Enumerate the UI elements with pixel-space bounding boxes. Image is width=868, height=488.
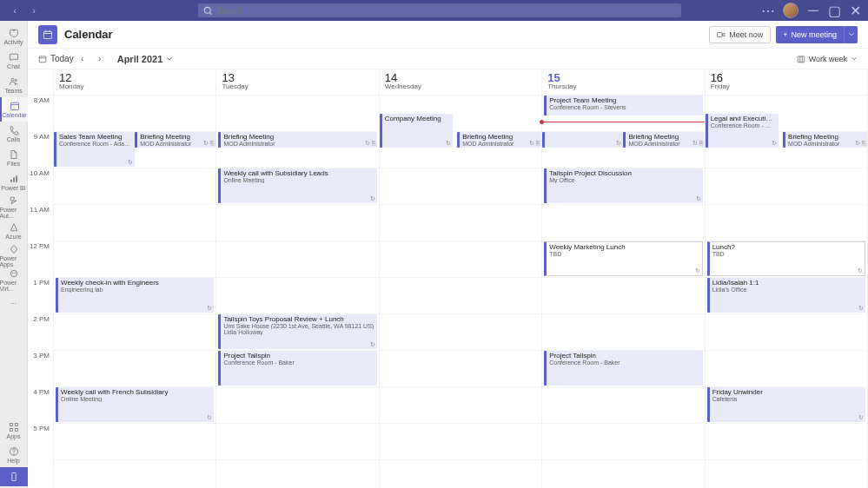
new-meeting-label: New meeting [791,30,837,39]
calendar-event[interactable]: Project TailspinConference Room - Baker [544,351,702,386]
rail-calls[interactable]: Calls [0,122,28,146]
time-label: 5 PM [28,424,53,460]
forward-arrow[interactable]: › [26,3,42,18]
svg-rect-24 [718,32,723,36]
maximize-icon[interactable]: ▢ [828,4,840,16]
recurring-icon: ↻ [695,267,700,274]
rail-label: Calls [7,136,21,142]
link-icon: ⎘ [536,140,540,147]
calendar-event[interactable]: Sales Team MeetingConference Room - Adam… [54,132,135,167]
time-label: 4 PM [28,387,53,424]
calendar-event[interactable]: Briefing MeetingMOD Administrator↻⎘ [218,132,376,148]
svg-rect-13 [10,424,12,426]
day-body[interactable]: Sales Team MeetingConference Room - Adam… [54,96,215,488]
next-week[interactable]: › [93,52,107,66]
rail-label: Chat [7,63,20,69]
rail-activity[interactable]: Activity [0,24,28,49]
svg-rect-7 [10,180,12,182]
event-location: MOD Administrator [223,141,374,147]
rail-more[interactable]: ⋯ [0,292,28,316]
calendar-event[interactable]: Company Meeting↻ [380,114,453,148]
plus-icon: + [783,30,787,39]
new-meeting-dropdown[interactable] [844,26,858,43]
search-box[interactable] [198,3,681,17]
day-header[interactable]: 15Thursday [542,69,704,96]
calendar-event[interactable]: Weekly check-in with EngineersEngineerin… [56,278,214,313]
more-icon[interactable]: ⋯ [762,4,774,16]
day-body[interactable]: Company Meeting↻Briefing MeetingMOD Admi… [380,96,541,488]
calendar-event[interactable]: ↻ [542,132,623,148]
calendar-event[interactable]: Lidia/Isaiah 1:1Lidia's Office↻ [707,278,865,313]
close-icon[interactable]: ✕ [849,4,861,16]
recurring-icon: ↻ [858,267,863,274]
time-label: 10 AM [28,168,53,205]
avatar[interactable] [783,3,798,18]
rail-label: Activity [3,39,23,45]
rail-poweraut[interactable]: Power Aut... [0,195,28,219]
event-title: Tailspin Toys Proposal Review + Lunch [223,315,374,323]
svg-point-3 [11,78,14,81]
day-body[interactable]: Legal and Executives Bi-WeeklyConference… [706,96,867,488]
event-title: Briefing Meeting [140,133,213,141]
calendar-event[interactable]: Weekly call with French SubsidiaryOnline… [56,387,214,422]
rail-apps[interactable]: Apps [0,419,28,443]
calendar-event[interactable]: Weekly call with Subsidiary LeadsOnline … [218,168,376,203]
calendar-event[interactable]: Project TailspinConference Room - Baker [218,351,376,386]
rail-azure[interactable]: Azure [0,219,28,243]
rail-chat[interactable]: Chat [0,49,28,73]
calendar-event[interactable]: Briefing MeetingMOD Administrator↻⎘ [623,132,704,148]
rail-phone[interactable] [0,467,28,486]
rail-label: Azure [5,234,21,240]
meet-now-label: Meet now [729,30,763,39]
day-body[interactable]: Project Team MeetingConference Room - St… [542,96,704,488]
today-button[interactable]: Today [38,54,74,63]
day-column: 13TuesdayBriefing MeetingMOD Administrat… [216,69,379,488]
rail-powervirt[interactable]: Power Virt... [0,267,28,292]
event-title: Friday Unwinder [712,388,863,396]
event-location: Engineering lab [61,287,211,293]
calendar-event[interactable]: Legal and Executives Bi-WeeklyConference… [706,114,779,148]
rail-label: Help [7,458,19,464]
rail-powerapps[interactable]: Power Apps [0,243,28,267]
search-icon [203,6,213,16]
calendar-event[interactable]: Lunch?TBD↻ [707,241,865,276]
rail-files[interactable]: Files [0,146,28,170]
link-icon: ⎘ [699,140,703,147]
day-body[interactable]: Briefing MeetingMOD Administrator↻⎘Weekl… [216,96,378,488]
back-arrow[interactable]: ‹ [7,3,23,18]
calendar-event[interactable]: Briefing MeetingMOD Administrator↻⎘ [135,132,215,148]
event-location: Conference Room - Baker [549,359,699,366]
calendar-event[interactable]: Briefing MeetingMOD Administrator↻⎘ [783,132,867,148]
day-header[interactable]: 12Monday [54,69,215,96]
rail-powerbi[interactable]: Power BI [0,170,28,195]
new-meeting-button[interactable]: + New meeting [776,26,844,43]
month-picker[interactable]: April 2021 [117,54,174,64]
calendar-event[interactable]: Project Team MeetingConference Room - St… [544,96,702,115]
svg-rect-9 [16,175,17,182]
calendar-event[interactable]: Tailspin Toys Proposal Review + LunchUmi… [218,314,376,349]
search-input[interactable] [216,6,676,16]
rail-help[interactable]: Help [0,443,28,467]
event-location: MOD Administrator [462,141,539,147]
calendar-event[interactable]: Weekly Marketing LunchTBD↻ [544,241,702,276]
meet-now-button[interactable]: Meet now [709,26,771,43]
day-column: 14WednesdayCompany Meeting↻Briefing Meet… [380,69,542,488]
minimize-icon[interactable]: ─ [807,4,819,16]
day-header[interactable]: 13Tuesday [216,69,378,96]
view-selector[interactable]: Work week [797,55,858,63]
rail-label: Power Virt... [0,280,28,292]
prev-week[interactable]: ‹ [76,52,89,66]
event-location: MOD Administrator [788,141,865,147]
day-header[interactable]: 16Friday [706,69,867,96]
calendar-event[interactable]: Briefing MeetingMOD Administrator↻⎘ [457,132,541,148]
calendar-event[interactable]: Tailspin Project DiscussionMy Office↻ [544,168,702,203]
svg-rect-5 [10,102,18,109]
recurring-icon: ↻ [858,414,864,421]
day-header[interactable]: 14Wednesday [380,69,541,96]
rail-calendar[interactable]: Calendar [0,97,28,122]
chevron-down-icon [848,31,855,38]
rail-teams[interactable]: Teams [0,73,28,97]
calendar-event[interactable]: Friday UnwinderCafeteria↻ [707,387,865,422]
event-title: Briefing Meeting [462,133,539,141]
chevron-down-icon [851,56,858,63]
